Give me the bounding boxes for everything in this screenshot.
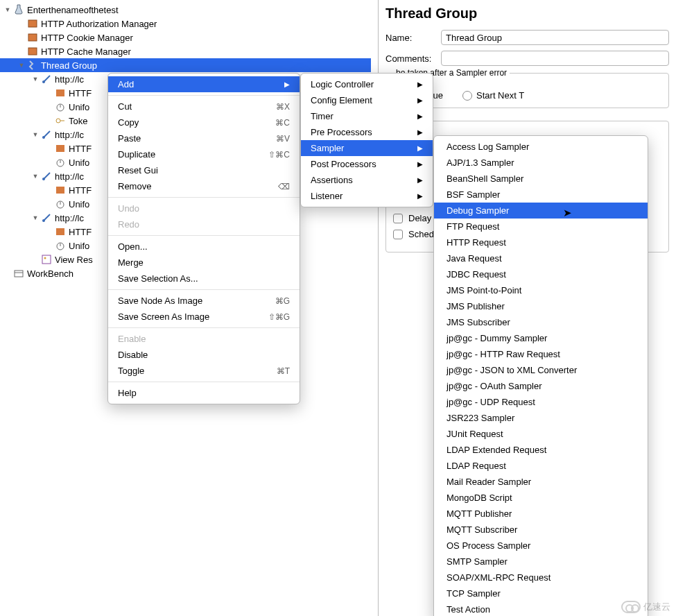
sampler-item[interactable]: Mail Reader Sampler — [434, 474, 648, 490]
menu-disable[interactable]: Disable — [108, 347, 300, 363]
chevron-right-icon: ▶ — [417, 192, 423, 200]
sampler-item[interactable]: MQTT Subscriber — [434, 522, 648, 538]
tree-label: HTTF — [68, 144, 92, 154]
menu-logic-controller[interactable]: Logic Controller▶ — [301, 76, 433, 92]
menu-toggle[interactable]: Toggle⌘T — [108, 363, 300, 379]
chevron-down-icon: ▼ — [31, 76, 40, 83]
tree-label: Thread Group — [40, 60, 97, 71]
sampler-item[interactable]: MongoDB Script — [434, 490, 648, 506]
menu-label: JMS Subscriber — [447, 317, 510, 327]
sampler-item[interactable]: Access Log Sampler — [434, 139, 648, 155]
sampler-item[interactable]: BSF Sampler — [434, 187, 648, 203]
menu-label: jp@gc - HTTP Raw Request — [447, 349, 560, 359]
checkbox-label: Sched — [408, 229, 434, 239]
sampler-item[interactable]: LDAP Extended Request — [434, 442, 648, 458]
sampler-item[interactable]: JMS Subscriber — [434, 314, 648, 330]
tree-item[interactable]: ▼ HTTP Authorization Manager — [0, 17, 371, 31]
sampler-item[interactable]: SOAP/XML-RPC Request — [434, 570, 648, 585]
menu-remove[interactable]: Remove⌫ — [108, 178, 300, 194]
sampler-item[interactable]: jp@gc - HTTP Raw Request — [434, 346, 648, 362]
comments-input[interactable] — [441, 51, 669, 66]
sampler-item[interactable]: Debug Sampler — [434, 203, 648, 219]
name-input[interactable] — [441, 30, 669, 45]
menu-label: Save Selection As... — [118, 273, 198, 284]
menu-reset[interactable]: Reset Gui — [108, 162, 300, 178]
chevron-right-icon: ▶ — [417, 176, 423, 184]
sampler-item[interactable]: SMTP Sampler — [434, 554, 648, 570]
sampler-item[interactable]: FTP Request — [434, 219, 648, 234]
sampler-item[interactable]: HTTP Request — [434, 234, 648, 250]
sampler-item[interactable]: jp@gc - OAuth Sampler — [434, 378, 648, 394]
sampler-item[interactable]: OS Process Sampler — [434, 538, 648, 554]
sampler-item[interactable]: Test Action — [434, 601, 648, 616]
tree-label: http://lc — [54, 171, 84, 182]
chevron-down-icon: ▼ — [17, 62, 26, 69]
sampler-item[interactable]: BeanShell Sampler — [434, 171, 648, 187]
menu-cut[interactable]: Cut⌘X — [108, 99, 300, 114]
menu-sampler[interactable]: Sampler▶ — [301, 140, 433, 156]
menu-label: jp@gc - OAuth Sampler — [447, 381, 541, 391]
panel-title: Thread Group — [385, 6, 669, 22]
menu-pre-processors[interactable]: Pre Processors▶ — [301, 124, 433, 140]
menu-label: Save Node As Image — [118, 296, 202, 306]
sampler-item[interactable]: AJP/1.3 Sampler — [434, 155, 648, 171]
menu-duplicate[interactable]: Duplicate⇧⌘C — [108, 146, 300, 162]
radio-start-next[interactable]: Start Next T — [462, 90, 524, 101]
tree-item[interactable]: ▼ HTTP Cache Manager — [0, 44, 371, 58]
menu-help[interactable]: Help — [108, 385, 300, 401]
watermark-text: 亿速云 — [643, 601, 670, 613]
checkbox[interactable] — [393, 230, 403, 239]
sampler-item[interactable]: JMS Point-to-Point — [434, 282, 648, 298]
tree-root[interactable]: ▼ Enterthenameofthetest — [0, 3, 371, 17]
svg-point-17 — [44, 257, 46, 259]
menu-label: Open... — [118, 241, 148, 252]
sampler-item[interactable]: Java Request — [434, 250, 648, 266]
shortcut: ⌘C — [275, 118, 290, 128]
separator — [108, 235, 300, 236]
sampler-item[interactable]: JMS Publisher — [434, 298, 648, 314]
sampler-item[interactable]: MQTT Publisher — [434, 506, 648, 522]
menu-label: Redo — [118, 219, 139, 230]
menu-label: TCP Sampler — [447, 588, 501, 599]
menu-assertions[interactable]: Assertions▶ — [301, 172, 433, 188]
menu-add[interactable]: Add▶ — [108, 76, 300, 92]
menu-copy[interactable]: Copy⌘C — [108, 114, 300, 130]
menu-label: JMS Point-to-Point — [447, 285, 521, 296]
menu-label: Debug Sampler — [447, 205, 509, 216]
chevron-right-icon: ▶ — [417, 128, 423, 136]
menu-listener[interactable]: Listener▶ — [301, 188, 433, 204]
tree-label: http://lc — [54, 130, 84, 140]
menu-save-node-image[interactable]: Save Node As Image⌘G — [108, 293, 300, 309]
menu-save-selection[interactable]: Save Selection As... — [108, 271, 300, 286]
sampler-item[interactable]: JSR223 Sampler — [434, 410, 648, 426]
chevron-right-icon: ▶ — [417, 96, 423, 104]
menu-save-screen-image[interactable]: Save Screen As Image⇧⌘G — [108, 309, 300, 325]
sampler-item[interactable]: jp@gc - JSON to XML Converter — [434, 362, 648, 378]
results-icon — [40, 254, 53, 265]
chevron-down-icon: ▼ — [3, 6, 12, 13]
menu-config-element[interactable]: Config Element▶ — [301, 92, 433, 108]
svg-rect-2 — [28, 48, 37, 55]
sampler-item[interactable]: jp@gc - Dummy Sampler — [434, 330, 648, 346]
sampler-item[interactable]: LDAP Request — [434, 458, 648, 474]
menu-label: Duplicate — [118, 149, 155, 160]
menu-merge[interactable]: Merge — [108, 255, 300, 271]
tree-item-thread-group[interactable]: ▼ Thread Group — [0, 58, 371, 72]
sampler-item[interactable]: TCP Sampler — [434, 585, 648, 601]
menu-post-processors[interactable]: Post Processors▶ — [301, 156, 433, 172]
chevron-right-icon: ▶ — [417, 80, 423, 88]
tree-label: Toke — [68, 116, 87, 126]
menu-open[interactable]: Open... — [108, 239, 300, 255]
sampler-item[interactable]: jp@gc - UDP Request — [434, 394, 648, 410]
menu-undo: Undo — [108, 200, 300, 216]
svg-point-7 — [42, 136, 45, 139]
menu-paste[interactable]: Paste⌘V — [108, 130, 300, 146]
sampler-item[interactable]: JUnit Request — [434, 426, 648, 442]
menu-label: BeanShell Sampler — [447, 173, 523, 184]
tree-item[interactable]: ▼ HTTP Cookie Manager — [0, 31, 371, 44]
checkbox[interactable] — [393, 214, 403, 223]
menu-label: JSR223 Sampler — [447, 413, 514, 423]
tree-label: http://lc — [54, 74, 84, 85]
sampler-item[interactable]: JDBC Request — [434, 266, 648, 282]
menu-timer[interactable]: Timer▶ — [301, 108, 433, 124]
